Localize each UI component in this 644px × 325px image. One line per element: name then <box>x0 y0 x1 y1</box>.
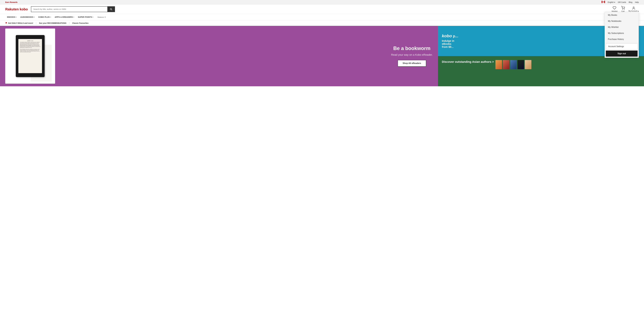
account-settings-item[interactable]: Account Settings <box>606 44 638 50</box>
cart-icon <box>621 6 625 10</box>
search-button[interactable] <box>107 7 115 12</box>
header-right: Wishlist Cart My Account ▴ <box>612 6 639 12</box>
panel-bottom-title: Discover outstanding Asian authors > <box>442 60 494 64</box>
my-notebooks-item[interactable]: My Notebooks <box>605 18 638 24</box>
book-cover-2 <box>503 60 509 69</box>
my-account-text: My Account <box>628 10 637 12</box>
svg-line-5 <box>112 10 112 10</box>
top-bar: Earn Rewards English ▾ Gift Cards Blog H… <box>0 0 644 5</box>
language-label: English <box>608 1 614 3</box>
daily-deals-link[interactable]: ⚑ Get DAILY DEALS and more! <box>5 22 36 24</box>
search-icon <box>110 8 112 11</box>
apps-chevron-icon: ▾ <box>73 16 74 18</box>
hero-title: Be a bookworm <box>391 46 433 51</box>
svg-point-6 <box>622 9 622 9</box>
classics-link[interactable]: Classic Favourites <box>70 22 91 24</box>
heart-icon <box>613 6 616 10</box>
hero-section: CHAPTER 9 · 1 OF 19 It was pleasant to w… <box>0 26 438 86</box>
account-chevron-icon: ▴ <box>638 10 639 12</box>
asian-authors-panel[interactable]: Discover outstanding Asian authors > <box>438 56 644 86</box>
header: Rakuten kobo Wishlist Cart <box>0 5 644 14</box>
nav-apps-ereaders-label: Apps & eReaders <box>55 16 73 18</box>
language-selector[interactable]: English ▾ <box>608 1 615 3</box>
svg-point-4 <box>110 8 112 10</box>
top-bar-right: English ▾ Gift Cards Blog Help <box>602 1 639 4</box>
promo-strip: ⚑ Get DAILY DEALS and more! | See your R… <box>0 20 644 26</box>
hero-book-frame: CHAPTER 9 · 1 OF 19 It was pleasant to w… <box>5 29 55 84</box>
logo[interactable]: Rakuten kobo <box>5 7 28 11</box>
balance-display: Balance: 0 <box>96 15 108 20</box>
book-covers <box>496 60 532 69</box>
panel-bottom-text: Discover outstanding Asian authors > <box>442 60 494 65</box>
nav-audiobooks[interactable]: Audiobooks ▾ <box>18 14 36 20</box>
nav-ebooks-label: eBooks <box>7 16 15 18</box>
nav-audiobooks-label: Audiobooks <box>20 16 33 18</box>
hero-subtitle: Read your way on a Kobo eReader. <box>391 53 433 56</box>
daily-deals-text: Get DAILY DEALS and more! <box>8 22 33 24</box>
hero-text: Be a bookworm Read your way on a Kobo eR… <box>391 46 433 67</box>
ereader-device: CHAPTER 9 · 1 OF 19 It was pleasant to w… <box>16 35 44 77</box>
nav-kobo-plus-label: Kobo Plus <box>38 16 50 18</box>
canada-flag-icon <box>602 1 605 4</box>
earn-rewards-link[interactable]: Earn Rewards <box>5 1 18 3</box>
account-icon <box>632 6 636 10</box>
nav-kobo-plus[interactable]: Kobo Plus ▾ <box>36 14 53 20</box>
search-input[interactable] <box>31 7 107 12</box>
svg-point-8 <box>633 7 634 8</box>
flag-promo-icon: ⚑ <box>5 22 7 24</box>
book-cover-4 <box>518 60 524 69</box>
my-wishlist-item[interactable]: My Wishlist <box>605 24 638 30</box>
nav-super-points[interactable]: Super Points ▾ <box>76 14 95 20</box>
blog-link[interactable]: Blog <box>629 1 632 3</box>
book-cover-1 <box>496 60 502 69</box>
language-chevron-icon: ▾ <box>614 1 615 3</box>
book-cover-5 <box>525 60 532 69</box>
gift-cards-link[interactable]: Gift Cards <box>618 1 626 3</box>
my-books-item[interactable]: My Books <box>605 12 638 18</box>
ereader-screen: CHAPTER 9 · 1 OF 19 It was pleasant to w… <box>18 39 42 73</box>
ebooks-chevron-icon: ▾ <box>16 16 16 18</box>
shop-ereaders-button[interactable]: Shop All eReaders <box>398 60 426 67</box>
nav-ebooks[interactable]: eBooks ▾ <box>5 14 18 20</box>
recommendations-text: See your RECOMMENDATIONS <box>39 22 66 24</box>
search-container <box>31 6 115 12</box>
main-content: CHAPTER 9 · 1 OF 19 It was pleasant to w… <box>0 26 644 86</box>
svg-rect-2 <box>604 1 605 3</box>
my-account-button[interactable]: My Account ▴ <box>628 6 639 12</box>
logo-text: Rakuten kobo <box>5 7 28 11</box>
top-bar-left: Earn Rewards <box>5 1 18 3</box>
audiobooks-chevron-icon: ▾ <box>34 16 35 18</box>
svg-rect-0 <box>602 1 602 3</box>
my-account-label-row: My Account ▴ <box>628 10 639 12</box>
svg-point-7 <box>624 9 624 9</box>
cart-button[interactable]: Cart <box>621 6 625 12</box>
nav-super-points-label: Super Points <box>78 16 92 18</box>
sign-out-button[interactable]: Sign out <box>606 51 638 57</box>
kobo-plus-chevron-icon: ▾ <box>50 16 51 18</box>
nav-bar: eBooks ▾ Audiobooks ▾ Kobo Plus ▾ Apps &… <box>0 14 644 20</box>
book-cover-3 <box>510 60 517 69</box>
my-account-wrapper: My Account ▴ My Books My Notebooks My Wi… <box>628 6 639 12</box>
purchase-history-item[interactable]: Purchase History <box>605 36 638 42</box>
super-points-chevron-icon: ▾ <box>92 16 93 18</box>
dropdown-divider <box>605 43 638 43</box>
wishlist-button[interactable]: Wishlist <box>612 6 618 12</box>
help-link[interactable]: Help <box>635 1 639 3</box>
nav-apps-ereaders[interactable]: Apps & eReaders ▾ <box>53 14 76 20</box>
my-subscriptions-item[interactable]: My Subscriptions <box>605 30 638 36</box>
account-dropdown: My Books My Notebooks My Wishlist My Sub… <box>605 12 639 58</box>
recommendations-link[interactable]: See your RECOMMENDATIONS <box>36 22 69 24</box>
classics-text: Classic Favourites <box>72 22 88 24</box>
